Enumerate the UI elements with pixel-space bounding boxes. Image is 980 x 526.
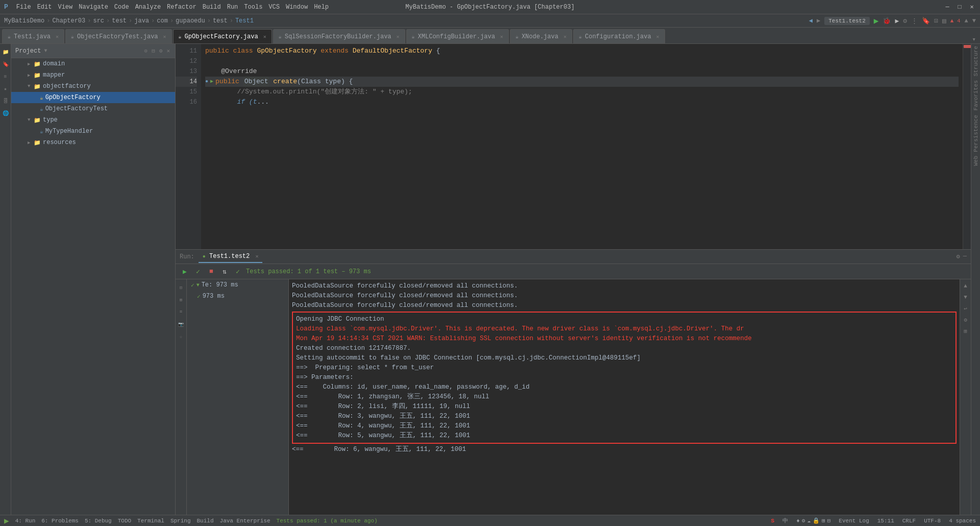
- tree-item-gpobjectfactory[interactable]: ☕ GpObjectFactory: [11, 92, 175, 103]
- menu-code[interactable]: Code: [114, 4, 129, 11]
- window-controls[interactable]: — □ ✕: [943, 3, 976, 11]
- run-sidebar-icon2[interactable]: ⊠: [177, 295, 186, 304]
- tree-item-type[interactable]: ▼ 📁 type: [11, 114, 175, 126]
- bookmark-icon[interactable]: 🔖: [1, 60, 10, 69]
- breadcrumb-java[interactable]: java: [134, 17, 149, 25]
- tab-close-configuration[interactable]: ✕: [656, 34, 659, 40]
- run-button[interactable]: ▶: [874, 16, 879, 26]
- menu-vcs[interactable]: VCS: [268, 4, 280, 11]
- tab-configuration[interactable]: ☕ Configuration.java ✕: [573, 29, 665, 43]
- tab-close-gpobjectfactory[interactable]: ✕: [263, 34, 266, 40]
- favorites-vertical-label[interactable]: Favorites: [972, 78, 980, 112]
- encoding-status[interactable]: UTF-8: [924, 518, 941, 524]
- tab-xmlconfigbuilder[interactable]: ☕ XMLConfigBuilder.java ✕: [406, 29, 509, 43]
- spring-label[interactable]: Spring: [170, 518, 191, 524]
- scroll-down-icon[interactable]: ▼: [972, 17, 976, 25]
- persistence-icon[interactable]: 🗄: [1, 97, 10, 106]
- settings-gear-icon[interactable]: ⚙: [158, 46, 164, 55]
- run-status-label[interactable]: 4: Run: [15, 518, 36, 524]
- terminal-label[interactable]: Terminal: [137, 518, 164, 524]
- structure-vertical-label[interactable]: Structure: [972, 44, 980, 78]
- settings-button[interactable]: ⚙: [903, 17, 907, 25]
- line-col-status[interactable]: 15:11: [877, 518, 894, 524]
- console-output[interactable]: PooledDataSource forcefully closed/remov…: [289, 279, 960, 515]
- run-config-selector[interactable]: Test1.test2: [824, 17, 870, 25]
- breadcrumb-src[interactable]: src: [93, 17, 104, 25]
- web-vertical-label[interactable]: Web: [972, 154, 980, 168]
- project-view-icon[interactable]: 📁: [1, 47, 10, 57]
- breadcrumb-gupaoedu[interactable]: gupaoedu: [176, 17, 205, 25]
- test-tree-item-1[interactable]: ✓ 973 ms: [187, 291, 288, 302]
- scroll-up-run-icon[interactable]: ▲: [961, 281, 970, 291]
- wrap-icon[interactable]: ↩: [961, 304, 970, 313]
- test-run-gutter-icon[interactable]: ▶: [210, 77, 213, 87]
- menu-window[interactable]: Window: [286, 4, 308, 11]
- tab-objectfactorytest[interactable]: ☕ ObjectFactoryTest.java ✕: [65, 29, 172, 43]
- run-tab-test1test2[interactable]: ● Test1.test2 ✕: [199, 251, 263, 263]
- breakpoint-icon[interactable]: ●: [205, 77, 208, 87]
- breadcrumb-chapter03[interactable]: Chapter03: [52, 17, 85, 25]
- menu-run[interactable]: Run: [227, 4, 238, 11]
- analyze-run-icon[interactable]: ⊞: [961, 326, 970, 336]
- indent-status[interactable]: 4 spaces: [949, 518, 976, 524]
- run-panel-minimize-icon[interactable]: —: [963, 253, 967, 260]
- scroll-up-icon[interactable]: ▲: [965, 17, 968, 25]
- menu-view[interactable]: View: [58, 4, 72, 11]
- tree-item-mapper[interactable]: ▶ 📁 mapper: [11, 69, 175, 81]
- breadcrumb-com[interactable]: com: [157, 17, 168, 25]
- tab-close-objectfactorytest[interactable]: ✕: [163, 34, 166, 40]
- tree-item-mytypehandler[interactable]: ☕ MyTypeHandler: [11, 126, 175, 137]
- bookmark-button[interactable]: 🔖: [922, 17, 930, 25]
- persistence-vertical-label[interactable]: Persistence: [972, 113, 980, 154]
- problems-label[interactable]: 6: Problems: [41, 518, 79, 524]
- menu-navigate[interactable]: Navigate: [79, 4, 108, 11]
- run-status-icon[interactable]: ▶: [4, 516, 9, 526]
- tab-xnode[interactable]: ☕ XNode.java ✕: [510, 29, 572, 43]
- breadcrumb-test2[interactable]: test: [213, 17, 228, 25]
- panel-close-icon[interactable]: ✕: [165, 46, 171, 55]
- run-panel-settings-icon[interactable]: ⚙: [957, 253, 960, 260]
- menu-edit[interactable]: Edit: [37, 4, 52, 11]
- menu-tools[interactable]: Tools: [244, 4, 262, 11]
- tab-close-test1[interactable]: ✕: [56, 34, 59, 40]
- menu-help[interactable]: Help: [314, 4, 329, 11]
- event-log-label[interactable]: Event Log: [839, 518, 869, 524]
- collapse-all-icon[interactable]: ⊟: [151, 46, 156, 55]
- menu-bar[interactable]: File Edit View Navigate Code Analyze Ref…: [16, 4, 329, 11]
- java-enterprise-label[interactable]: Java Enterprise: [220, 518, 271, 524]
- test-tree-root[interactable]: ✓ ▼ Te: 973 ms: [187, 279, 288, 291]
- rerun-button[interactable]: ▶: [180, 267, 190, 277]
- sort-icon[interactable]: ⇅: [219, 267, 230, 277]
- breadcrumb-mybatisdemo[interactable]: MyBatisDemo: [4, 17, 44, 25]
- debug-label[interactable]: 5: Debug: [85, 518, 112, 524]
- tree-item-domain[interactable]: ▶ 📁 domain: [11, 58, 175, 69]
- tab-gpobjectfactory[interactable]: ☕ GpObjectFactory.java ✕: [173, 29, 272, 43]
- run-with-coverage-button[interactable]: ▶: [895, 17, 899, 25]
- run-sidebar-icon5[interactable]: ☆: [177, 332, 186, 341]
- test-passed-icon[interactable]: ✓: [233, 267, 243, 277]
- tab-sqlsessionfactorybuilder[interactable]: ☕ SqlSessionFactoryBuilder.java ✕: [273, 29, 405, 43]
- project-dropdown-icon[interactable]: ▼: [44, 48, 47, 54]
- tab-close-sqlsession[interactable]: ✕: [397, 34, 400, 40]
- run-sidebar-icon3[interactable]: ≡: [177, 307, 186, 317]
- layout-button[interactable]: ▤: [942, 17, 946, 25]
- tab-close-xnode[interactable]: ✕: [564, 34, 567, 40]
- scroll-down-run-icon[interactable]: ▼: [961, 293, 970, 302]
- close-button[interactable]: ✕: [968, 3, 976, 11]
- structure-icon[interactable]: ≡: [1, 72, 10, 81]
- favorites-icon[interactable]: ★: [1, 84, 10, 93]
- tab-overflow[interactable]: ▾: [968, 35, 980, 43]
- minimize-button[interactable]: —: [943, 3, 951, 11]
- tab-test1[interactable]: ☕ Test1.java ✕: [2, 29, 64, 43]
- debug-button[interactable]: 🐞: [883, 17, 891, 25]
- run-sidebar-icon1[interactable]: ⊡: [177, 283, 186, 292]
- todo-label[interactable]: TODO: [118, 518, 131, 524]
- fullscreen-button[interactable]: ⊡: [934, 17, 938, 25]
- scroll-to-source-icon[interactable]: ⊙: [143, 46, 149, 55]
- more-actions-button[interactable]: ⋮: [911, 17, 918, 25]
- tree-item-objectfactorytest[interactable]: ☕ ObjectFactoryTest: [11, 103, 175, 114]
- tab-close-xmlconfig[interactable]: ✕: [500, 34, 503, 40]
- code-content[interactable]: public class GpObjectFactory extends Def…: [201, 44, 963, 249]
- run-sidebar-icon4[interactable]: 📷: [177, 320, 186, 329]
- nav-back-icon[interactable]: ◀: [809, 17, 813, 25]
